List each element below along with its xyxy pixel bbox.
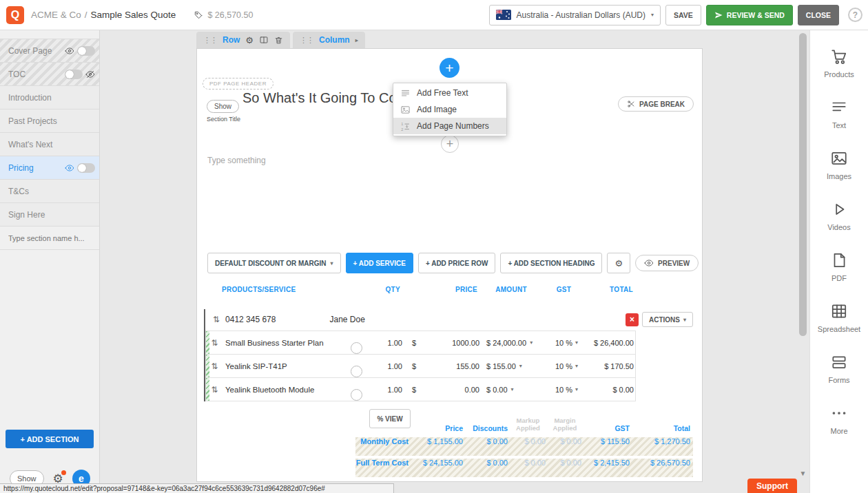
product-name[interactable]: Yealink Bluetooth Module <box>220 386 351 394</box>
visibility-toggle[interactable] <box>77 163 95 173</box>
gst-dropdown[interactable]: 10 %▾ <box>547 386 585 394</box>
toolbox-item-products[interactable]: Products <box>810 37 868 88</box>
gst-dropdown[interactable]: 10 %▾ <box>547 362 585 370</box>
column-block-chip[interactable]: ⋮⋮ Column ▸ <box>293 32 365 48</box>
drag-handle-icon[interactable]: ⇅ <box>206 338 220 348</box>
qty-field[interactable]: 1.00 <box>375 386 404 394</box>
toolbox-item-spreadsheet[interactable]: Spreadsheet <box>810 292 868 343</box>
price-field[interactable]: 155.00 <box>424 362 479 370</box>
delete-row-trash-icon[interactable] <box>274 36 283 45</box>
toolbox-label: Products <box>824 70 854 78</box>
group-contact[interactable]: Jane Doe <box>329 315 364 324</box>
svg-text:1: 1 <box>401 122 403 126</box>
amount-dropdown[interactable]: $ 155.00▾ <box>479 362 547 370</box>
pdf-file-icon <box>830 251 848 269</box>
sidebar-item-tcs[interactable]: T&Cs <box>0 180 99 203</box>
toolbox-item-forms[interactable]: Forms <box>810 343 868 394</box>
pricing-settings-button[interactable]: ⚙ <box>607 253 630 273</box>
summary-discounts: $ 0.00 <box>466 437 510 456</box>
toolbox-item-videos[interactable]: Videos <box>810 190 868 241</box>
help-button[interactable]: ? <box>848 8 862 22</box>
drag-grip-icon[interactable]: ⋮⋮ <box>300 36 313 45</box>
play-icon <box>830 200 848 218</box>
currency-selector[interactable]: Australia - Australian Dollars (AUD) ▾ <box>489 5 661 25</box>
document-title[interactable]: Sample Sales Quote <box>91 10 176 20</box>
drag-grip-icon[interactable]: ⋮⋮ <box>203 36 217 45</box>
toolbox-label: More <box>830 427 847 435</box>
price-field[interactable]: 1000.00 <box>424 339 479 347</box>
add-column-icon[interactable] <box>259 35 269 45</box>
toolbox-item-images[interactable]: Images <box>810 139 868 190</box>
save-button[interactable]: SAVE <box>665 5 701 25</box>
review-send-button[interactable]: REVIEW & SEND <box>706 5 793 25</box>
new-section-input[interactable] <box>8 234 91 242</box>
menu-item-add-image[interactable]: Add Image <box>393 101 506 118</box>
summary-gst: $ 2,415.50 <box>584 459 632 477</box>
toolbox-item-pdf[interactable]: PDF <box>810 241 868 292</box>
text-lines-icon <box>830 98 848 116</box>
qty-field[interactable]: 1.00 <box>375 362 404 370</box>
group-phone[interactable]: 0412 345 678 <box>225 315 276 324</box>
toolbox-item-text[interactable]: Text <box>810 88 868 139</box>
section-title-text[interactable]: So What's It Going To Co <box>242 90 397 106</box>
drag-handle-icon[interactable]: ⇅ <box>206 385 220 395</box>
discount-margin-dropdown[interactable]: DEFAULT DISCOUNT OR MARGIN ▾ <box>207 253 341 273</box>
percent-view-toggle[interactable]: % VIEW <box>369 409 411 428</box>
product-name[interactable]: Small Business Starter Plan <box>220 339 351 347</box>
sidebar-item-whats-next[interactable]: What's Next <box>0 133 99 156</box>
row-settings-gear-icon[interactable]: ⚙ <box>245 35 254 45</box>
amount-dropdown[interactable]: $ 0.00▾ <box>479 386 547 394</box>
summary-price: $ 1,155.00 <box>414 437 466 456</box>
qty-field[interactable]: 1.00 <box>375 339 404 347</box>
add-price-row-button[interactable]: + ADD PRICE ROW <box>418 253 495 273</box>
column-chip-label: Column <box>319 35 350 45</box>
new-section-row <box>0 227 99 250</box>
visibility-toggle[interactable] <box>77 46 95 56</box>
scroll-down-arrow-icon[interactable]: ▼ <box>799 470 807 477</box>
sidebar-item-toc[interactable]: TOC <box>0 63 99 86</box>
pricing-toolbar: DEFAULT DISCOUNT OR MARGIN ▾ + ADD SERVI… <box>207 253 694 273</box>
menu-item-add-free-text[interactable]: Add Free Text <box>393 85 506 101</box>
add-section-heading-button[interactable]: + ADD SECTION HEADING <box>500 253 602 273</box>
price-field[interactable]: 0.00 <box>424 386 479 394</box>
close-button[interactable]: CLOSE <box>798 5 839 25</box>
support-button[interactable]: Support <box>747 479 797 493</box>
sidebar-item-introduction[interactable]: Introduction <box>0 86 99 109</box>
preview-button[interactable]: PREVIEW <box>635 255 699 271</box>
add-section-button[interactable]: + ADD SECTION <box>6 430 94 448</box>
add-content-button[interactable]: + <box>441 135 459 153</box>
delete-group-button[interactable]: × <box>626 313 639 326</box>
table-row: ⇅ Yealink SIP-T41P 1.00 $ 155.00 $ 155.0… <box>205 354 636 378</box>
show-section-title-pill[interactable]: Show <box>207 100 239 113</box>
visibility-toggle[interactable] <box>65 70 83 79</box>
price-group-row: ⇅ 0412 345 678 Jane Doe × ACTIONS ▾ <box>205 309 694 330</box>
add-element-button[interactable]: + <box>440 58 459 78</box>
chevron-down-icon: ▾ <box>575 363 578 369</box>
add-service-button[interactable]: + ADD SERVICE <box>346 253 413 273</box>
drag-handle-icon[interactable]: ⇅ <box>209 315 220 324</box>
discount-dropdown-label: DEFAULT DISCOUNT OR MARGIN <box>215 260 326 267</box>
toolbox-label: PDF <box>831 274 847 282</box>
drag-handle-icon[interactable]: ⇅ <box>206 361 220 371</box>
sidebar-item-sign-here[interactable]: Sign Here <box>0 203 99 227</box>
page-break-button[interactable]: PAGE BREAK <box>618 96 694 112</box>
section-label: Introduction <box>8 93 52 103</box>
section-label: Sign Here <box>8 210 45 220</box>
summary-row-full-term: Full Term Cost $ 24,155.00 $ 0.00 $ 0.00… <box>355 459 693 477</box>
sidebar-item-pricing[interactable]: Pricing <box>0 156 99 180</box>
actions-dropdown[interactable]: ACTIONS ▾ <box>642 312 693 327</box>
scrollbar-thumb[interactable] <box>799 33 807 336</box>
summary-margin: $ 0.00 <box>548 459 584 477</box>
text-placeholder[interactable]: Type something <box>207 156 266 165</box>
menu-item-add-page-numbers[interactable]: 12 Add Page Numbers <box>393 118 506 134</box>
row-block-chip[interactable]: ⋮⋮ Row ⚙ <box>196 32 290 48</box>
gst-dropdown[interactable]: 10 %▾ <box>547 339 585 347</box>
sections-sidebar: Cover Page TOC Introduction Past Project… <box>0 30 100 493</box>
amount-value: $ 0.00 <box>486 386 508 394</box>
product-name[interactable]: Yealink SIP-T41P <box>220 362 351 370</box>
sidebar-item-cover-page[interactable]: Cover Page <box>0 39 99 63</box>
table-row: ⇅ Small Business Starter Plan 1.00 $ 100… <box>205 331 636 355</box>
amount-dropdown[interactable]: $ 24,000.00▾ <box>479 339 547 347</box>
toolbox-item-more[interactable]: More <box>810 394 868 445</box>
sidebar-item-past-projects[interactable]: Past Projects <box>0 109 99 133</box>
